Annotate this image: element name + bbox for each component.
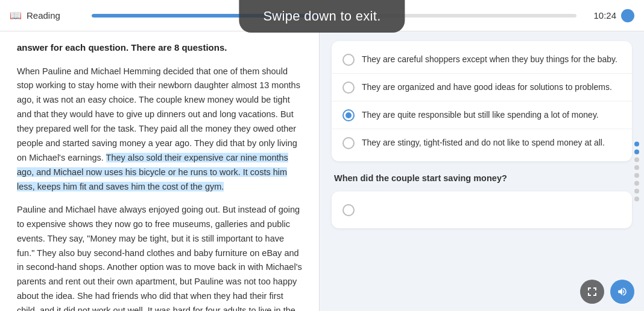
bottom-icons bbox=[580, 280, 634, 304]
next-option-radio[interactable] bbox=[343, 204, 355, 216]
option-c-radio[interactable] bbox=[343, 109, 355, 121]
swipe-tooltip: Swipe down to exit. bbox=[239, 0, 405, 33]
option-d-text: They are stingy, tight-fisted and do not… bbox=[362, 136, 605, 149]
q-dot-1[interactable] bbox=[634, 141, 639, 146]
option-d[interactable]: They are stingy, tight-fisted and do not… bbox=[332, 129, 632, 156]
question-dots bbox=[634, 141, 639, 201]
passage-paragraph-1: When Pauline and Michael Hemming decided… bbox=[17, 65, 302, 194]
option-d-radio[interactable] bbox=[343, 137, 355, 149]
q-dot-3[interactable] bbox=[634, 157, 639, 162]
passage-header: answer for each question. There are 8 qu… bbox=[17, 41, 302, 55]
time-label: 10:24 bbox=[593, 10, 616, 21]
option-b[interactable]: They are organized and have good ideas f… bbox=[332, 74, 632, 101]
q-dot-6[interactable] bbox=[634, 181, 639, 185]
option-c[interactable]: They are quite responsible but still lik… bbox=[332, 101, 632, 129]
moon-icon bbox=[621, 9, 634, 22]
option-a-text: They are careful shoppers except when th… bbox=[362, 53, 617, 66]
q-dot-4[interactable] bbox=[634, 165, 639, 170]
q-dot-2[interactable] bbox=[634, 149, 639, 154]
option-a-radio[interactable] bbox=[343, 54, 355, 66]
book-icon: 📖 bbox=[10, 10, 22, 21]
speaker-button[interactable] bbox=[610, 280, 634, 304]
main-content: answer for each question. There are 8 qu… bbox=[0, 31, 644, 311]
passage-paragraph-2: Pauline and Michael have always enjoyed … bbox=[17, 203, 302, 311]
option-b-radio[interactable] bbox=[343, 82, 355, 94]
options-card: They are careful shoppers except when th… bbox=[332, 41, 632, 161]
q-dot-8[interactable] bbox=[634, 196, 639, 201]
option-a[interactable]: They are careful shoppers except when th… bbox=[332, 46, 632, 74]
reading-label: Reading bbox=[27, 10, 60, 21]
top-bar-right: 10:24 bbox=[586, 9, 634, 22]
q-dot-7[interactable] bbox=[634, 188, 639, 193]
next-options-card bbox=[332, 191, 632, 228]
right-panel[interactable]: They are careful shoppers except when th… bbox=[320, 31, 644, 311]
option-c-text: They are quite responsible but still lik… bbox=[362, 109, 599, 121]
left-panel[interactable]: answer for each question. There are 8 qu… bbox=[0, 31, 320, 311]
top-bar-left: 📖 Reading bbox=[10, 10, 82, 21]
next-question-label: When did the couple start saving money? bbox=[332, 173, 632, 183]
expand-button[interactable] bbox=[580, 280, 604, 304]
next-option-stub bbox=[332, 196, 632, 223]
q-dot-5[interactable] bbox=[634, 173, 639, 178]
option-b-text: They are organized and have good ideas f… bbox=[362, 81, 612, 94]
